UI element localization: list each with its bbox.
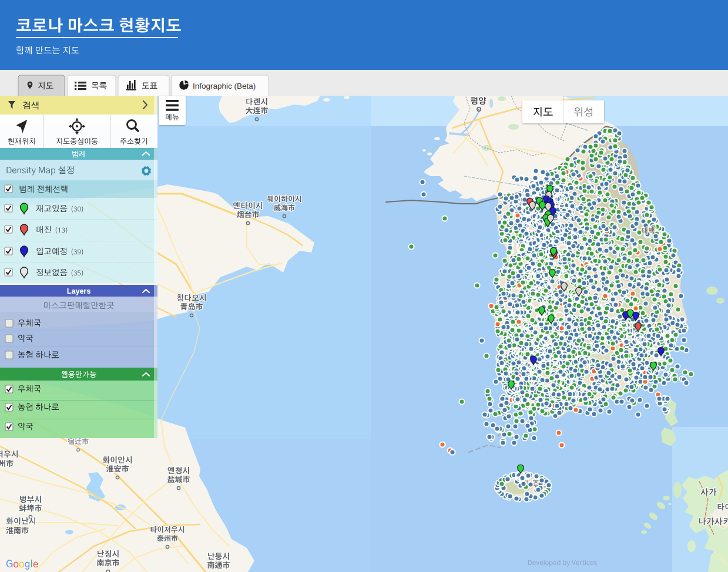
svg-text:Infographic (Beta): Infographic (Beta) (193, 82, 256, 90)
svg-text:Layers: Layers (67, 287, 90, 295)
